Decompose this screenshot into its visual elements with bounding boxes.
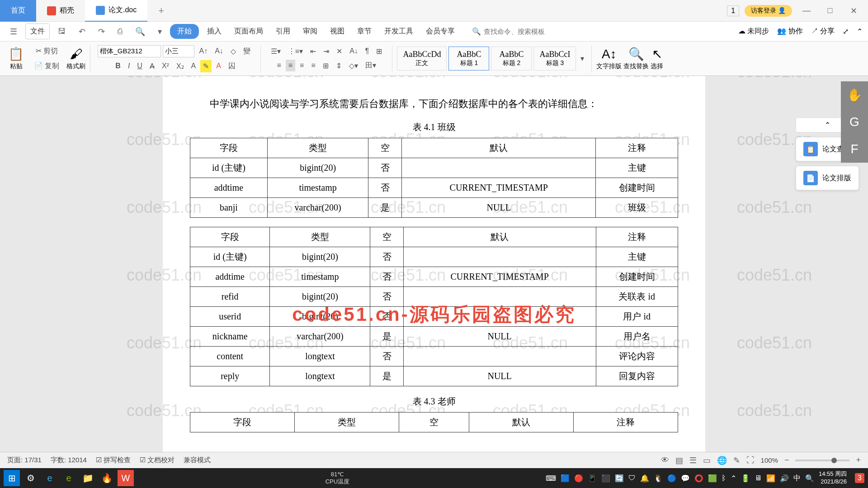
zoom-slider[interactable] [795,460,849,461]
tray-volume-icon[interactable]: 🔊 [780,474,789,483]
style-heading3[interactable]: AaBbCcI标题 3 [533,47,576,70]
tray-chevron-icon[interactable]: ⌃ [731,474,736,483]
italic-button[interactable]: I [125,60,132,72]
tray-battery-icon[interactable]: 🔋 [741,474,750,483]
tray-ico2[interactable]: 🔴 [574,474,583,483]
task-app1[interactable]: ⚙ [23,470,39,486]
style-more-icon[interactable]: ▾ [578,52,587,65]
tray-ico5[interactable]: 🔄 [615,474,624,483]
edit-icon[interactable]: ✎ [733,455,740,465]
view-outline-icon[interactable]: ☰ [689,455,697,465]
borders-icon[interactable]: 田▾ [363,59,379,72]
fit-icon[interactable]: ⛶ [746,455,755,465]
paper-layout[interactable]: 📄论文排版 [796,166,859,190]
tray-wechat-icon[interactable]: 💬 [681,474,690,483]
task-edge[interactable]: e [61,470,77,486]
superscript-button[interactable]: X² [159,60,172,72]
align-center-icon[interactable]: ≡ [286,60,295,71]
cut-button[interactable]: ✂ 剪切 [33,45,61,58]
eye-icon[interactable]: 👁 [661,455,669,465]
doc-proof[interactable]: ☑ 文档校对 [140,456,175,465]
style-heading1[interactable]: AaBbC标题 1 [448,47,489,70]
align-justify-icon[interactable]: ≡ [308,60,318,71]
style-body[interactable]: AaBbCcDd正文 [397,47,447,70]
task-explorer[interactable]: 📁 [80,470,96,486]
tray-ico9[interactable]: 🟩 [708,474,717,483]
clock[interactable]: 14:55 周四2021/8/26 [819,470,850,486]
grow-font-icon[interactable]: A↑ [196,45,210,57]
select-button[interactable]: ↖选择 [651,47,663,70]
text-direction[interactable]: A↕文字排版 [596,47,622,70]
menu-chapter[interactable]: 章节 [353,24,376,39]
task-app2[interactable]: 🔥 [99,470,115,486]
indent-increase-icon[interactable]: ⇥ [321,45,332,57]
asian-layout-icon[interactable]: ✕ [334,45,345,57]
numbering-icon[interactable]: ⋮≡▾ [285,45,306,57]
strikethrough-button[interactable]: A̶ [147,60,157,72]
tray-ico4[interactable]: ⬛ [601,474,610,483]
paste-button[interactable]: 📋粘贴 [8,47,24,70]
subscript-button[interactable]: X₂ [174,60,187,72]
rtab-g[interactable]: G [841,108,868,136]
tray-ico8[interactable]: ⭕ [694,474,703,483]
maximize-button[interactable]: □ [821,2,839,20]
menu-insert[interactable]: 插入 [203,24,226,39]
menu-devtools[interactable]: 开发工具 [380,24,418,39]
tray-ico7[interactable]: 🔵 [667,474,676,483]
login-button[interactable]: 访客登录 👤 [745,5,792,17]
tab-new[interactable]: + [147,0,175,22]
rtab-f[interactable]: F [841,136,868,163]
tab-document[interactable]: 论文.doc [85,0,147,22]
task-ie[interactable]: e [42,470,58,486]
phonetic-icon[interactable]: 變 [241,45,253,58]
text-effect-icon[interactable]: A [189,60,199,72]
align-left-icon[interactable]: ≡ [274,60,283,71]
align-right-icon[interactable]: ≡ [297,60,307,71]
tabs-icon[interactable]: ⊞ [373,45,385,57]
tray-ime-icon[interactable]: 中 [793,474,801,483]
tab-home[interactable]: 首页 [0,0,36,22]
find-replace[interactable]: 🔍查找替换 [623,47,649,70]
underline-button[interactable]: U [134,60,145,72]
preview-icon[interactable]: 🔍 [131,24,150,39]
tray-bell-icon[interactable]: 🔔 [640,474,649,483]
hamburger-icon[interactable]: ☰ [5,24,22,39]
tray-ico3[interactable]: 📱 [588,474,597,483]
view-page-icon[interactable]: ▤ [675,455,683,465]
redo-icon[interactable]: ↷ [94,24,109,39]
collab-button[interactable]: 👥 协作 [777,27,802,36]
style-heading2[interactable]: AaBbC标题 2 [491,47,532,70]
bullets-icon[interactable]: ☰▾ [268,45,283,57]
bold-button[interactable]: B [113,60,123,72]
menu-view[interactable]: 视图 [326,24,349,39]
font-select[interactable] [98,45,161,57]
spell-check[interactable]: ☑ 拼写检查 [96,456,131,465]
menu-member[interactable]: 会员专享 [421,24,459,39]
sync-status[interactable]: ☁ 未同步 [738,27,769,36]
file-menu[interactable]: 文件 [25,23,50,39]
para-mark-icon[interactable]: ¶ [363,45,372,57]
line-spacing-icon[interactable]: ⇕ [333,60,344,72]
format-painter[interactable]: 🖌格式刷 [66,47,85,70]
document-viewport[interactable]: code51.cncode51.cncode51.cncode51.cncode… [0,76,868,468]
tray-keyboard-icon[interactable]: ⌨ [546,474,556,483]
size-select[interactable] [163,45,194,57]
save-icon[interactable]: 🖫 [53,24,71,39]
minimize-button[interactable]: — [797,2,816,20]
tab-daoke[interactable]: 稻壳 [36,0,85,22]
align-distribute-icon[interactable]: ⊞ [320,60,331,72]
start-button[interactable]: ⊞ [4,470,20,486]
collapse-ribbon-icon[interactable]: ⌃ [857,27,863,36]
menu-start[interactable]: 开始 [170,24,199,39]
shading-icon[interactable]: ◇▾ [346,60,361,72]
task-wps[interactable]: W [118,470,134,486]
share-button[interactable]: ↗ 分享 [811,27,835,36]
zoom-out[interactable]: − [784,455,789,465]
tray-ico6[interactable]: 🐧 [654,474,663,483]
dropdown-icon[interactable]: ▾ [153,24,166,39]
rtab-hand[interactable]: ✋ [841,81,868,108]
tray-search-icon[interactable]: 🔍 [805,474,814,483]
menu-reference[interactable]: 引用 [271,24,295,39]
shrink-font-icon[interactable]: A↓ [212,45,226,57]
sort-icon[interactable]: A↓ [347,45,361,57]
